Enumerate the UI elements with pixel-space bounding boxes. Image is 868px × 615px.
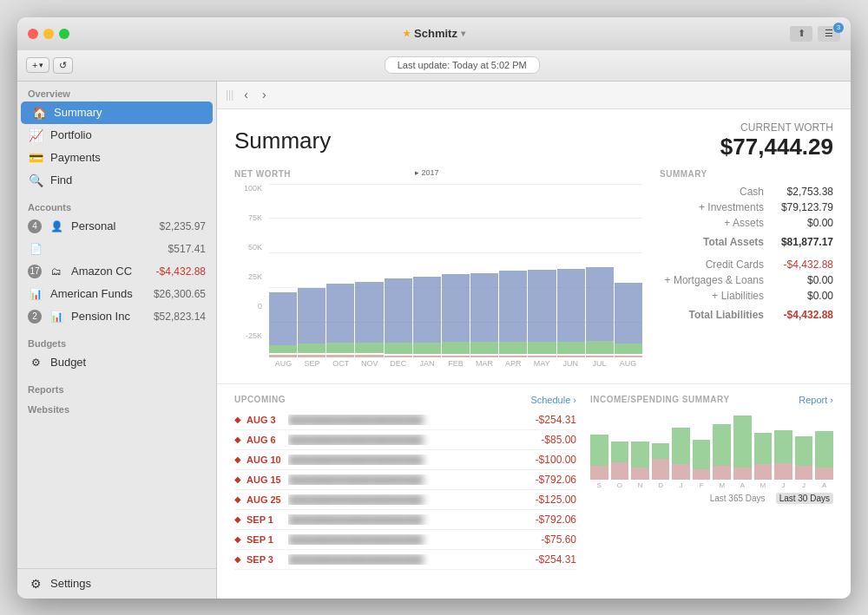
x-label-9: MAY: [528, 359, 556, 368]
mini-x-label-5: F: [693, 481, 711, 489]
toolbar: + ▾ ↺ Last update: Today at 5:02 PM: [17, 50, 851, 82]
period-30-button[interactable]: Last 30 Days: [776, 493, 833, 504]
bars-container: ▸ 2017: [269, 184, 642, 357]
current-worth-block: CURRENT WORTH $77,444.29: [720, 121, 833, 160]
bar-green-4: [385, 343, 412, 354]
upcoming-desc-3: ████████████████████: [288, 474, 510, 485]
x-label-6: FEB: [441, 359, 470, 368]
mini-bar-income-8: [754, 433, 773, 464]
close-button[interactable]: [28, 29, 38, 39]
mini-bar-income-2: [631, 442, 649, 468]
x-label-7: MAR: [470, 359, 499, 368]
bars-group: ▸ 2017: [269, 184, 642, 357]
y-label-75k: 75K: [234, 213, 266, 222]
upcoming-header: UPCOMING Schedule ›: [234, 395, 576, 405]
upcoming-date-6: SEP 1: [247, 534, 283, 545]
toolbar-left: + ▾ ↺: [26, 57, 73, 74]
titlebar: ★ Schmitz ▾ ⬆ ☰ 3: [17, 17, 851, 50]
summary-row-label-4: Credit Cards: [660, 258, 764, 271]
upcoming-desc-7: ████████████████████: [288, 554, 510, 565]
summary-row-label-1: + Investments: [660, 201, 764, 213]
amazon-icon: 🗂: [49, 264, 64, 279]
bar-col-4: [385, 184, 412, 357]
upcoming-row-0: ◆AUG 3████████████████████-$254.31: [234, 410, 576, 430]
home-icon: 🏠: [31, 105, 47, 121]
sidebar-item-find[interactable]: 🔍 Find: [17, 169, 216, 192]
bar-pos-4: [385, 278, 412, 343]
x-label-12: AUG: [614, 359, 642, 368]
current-worth-label: CURRENT WORTH: [720, 121, 833, 134]
sidebar-item-personal[interactable]: 4 👤 Personal $2,235.97: [17, 215, 216, 238]
section-row: NET WORTH 100K 75K 50K 25K 0: [234, 169, 833, 375]
mini-bar-income-9: [774, 430, 792, 463]
mini-bar-spending-7: [733, 468, 752, 480]
personal-value: $2,235.97: [160, 220, 206, 232]
export-button[interactable]: ⬆: [790, 26, 812, 42]
sidebar-item-acc2[interactable]: 📄 $517.41: [17, 238, 216, 260]
report-link[interactable]: Report ›: [799, 395, 833, 405]
upcoming-row-7: ◆SEP 3████████████████████-$254.31: [234, 550, 576, 570]
sidebar-item-portfolio[interactable]: 📈 Portfolio: [17, 124, 216, 147]
summary-row-value-7: -$4,432.88: [764, 309, 833, 321]
summary-row-value-5: $0.00: [764, 274, 833, 286]
acc2-icon: 📄: [28, 241, 43, 257]
minimize-button[interactable]: [43, 29, 54, 39]
forward-button[interactable]: ›: [259, 86, 270, 103]
sidebar-item-settings[interactable]: ⚙ Settings: [28, 576, 206, 592]
upcoming-amount-0: -$254.31: [516, 414, 576, 426]
mini-x-label-4: J: [672, 481, 690, 489]
upcoming-row-4: ◆AUG 25████████████████████-$125.00: [234, 490, 576, 510]
y-label-50k: 50K: [234, 243, 266, 252]
add-button[interactable]: + ▾: [26, 57, 49, 73]
update-badge: Last update: Today at 5:02 PM: [385, 56, 540, 74]
mini-x-label-6: M: [713, 481, 731, 489]
summary-header: Summary CURRENT WORTH $77,444.29: [217, 109, 851, 169]
summary-title: Summary: [234, 128, 331, 154]
accounts-label: Accounts: [17, 195, 216, 215]
bar-col-10: [557, 184, 585, 357]
sidebar-item-american-funds[interactable]: 📊 American Funds $26,300.65: [17, 283, 216, 305]
summary-row-5: + Mortgages & Loans$0.00: [660, 272, 833, 288]
sidebar-item-pension-inc[interactable]: 2 📊 Pension Inc $52,823.14: [17, 305, 216, 328]
mini-bar-spending-11: [815, 468, 833, 480]
sidebar-item-budget[interactable]: ⚙ Budget: [17, 351, 216, 374]
mini-bar-spending-1: [611, 462, 629, 480]
schedule-link[interactable]: Schedule ›: [530, 395, 576, 405]
overview-label: Overview: [17, 82, 216, 101]
bar-green-5: [413, 343, 441, 354]
bar-stack-5: [413, 277, 441, 354]
back-button[interactable]: ‹: [240, 86, 252, 103]
bar-col-9: [528, 184, 556, 357]
mini-bar-spending-10: [795, 466, 813, 480]
mini-bar-spending-2: [631, 468, 649, 480]
summary-row-value-3: $81,877.17: [764, 236, 833, 248]
summary-row-4: Credit Cards-$4,432.88: [660, 257, 833, 272]
bar-green-9: [528, 342, 556, 354]
bar-stack-6: [442, 274, 470, 354]
sidebar-item-amazon[interactable]: 17 🗂 Amazon CC -$4,432.88: [17, 260, 216, 283]
mini-x-label-0: S: [590, 481, 608, 489]
upcoming-row-5: ◆SEP 1████████████████████-$792.06: [234, 510, 576, 530]
bar-pos-2: [326, 284, 354, 343]
summary-row-value-2: $0.00: [764, 217, 833, 229]
summary-row-2: + Assets$0.00: [660, 215, 833, 231]
mini-bar-spending-4: [672, 464, 690, 480]
maximize-button[interactable]: [59, 29, 69, 39]
mini-bar-income-5: [693, 440, 711, 469]
main-layout: Overview 🏠 Summary 📈 Portfolio 💳 Payment…: [17, 82, 851, 599]
upcoming-row-1: ◆AUG 6████████████████████-$85.00: [234, 430, 576, 450]
bar-col-3: [355, 184, 383, 357]
sidebar-item-payments[interactable]: 💳 Payments: [17, 147, 216, 169]
summary-row-6: + Liabilities$0.00: [660, 288, 833, 304]
sidebar-item-summary[interactable]: 🏠 Summary: [21, 101, 213, 124]
period-365-button[interactable]: Last 365 Days: [707, 493, 769, 504]
chart-area: NET WORTH 100K 75K 50K 25K 0: [234, 169, 642, 375]
mini-bar-income-10: [795, 436, 813, 466]
refresh-button[interactable]: ↺: [53, 57, 73, 74]
update-text: Last update: Today at 5:02 PM: [398, 60, 527, 70]
notifications-button[interactable]: ☰ 3: [818, 26, 840, 42]
content-body: Summary CURRENT WORTH $77,444.29 NET WOR…: [217, 109, 851, 599]
sidebar-label-find: Find: [50, 173, 206, 186]
x-labels: AUGSEPOCTNOVDECJANFEBMARAPRMAYJUNJULAUG: [269, 359, 642, 368]
content-toolbar: ||| ‹ ›: [217, 82, 851, 109]
